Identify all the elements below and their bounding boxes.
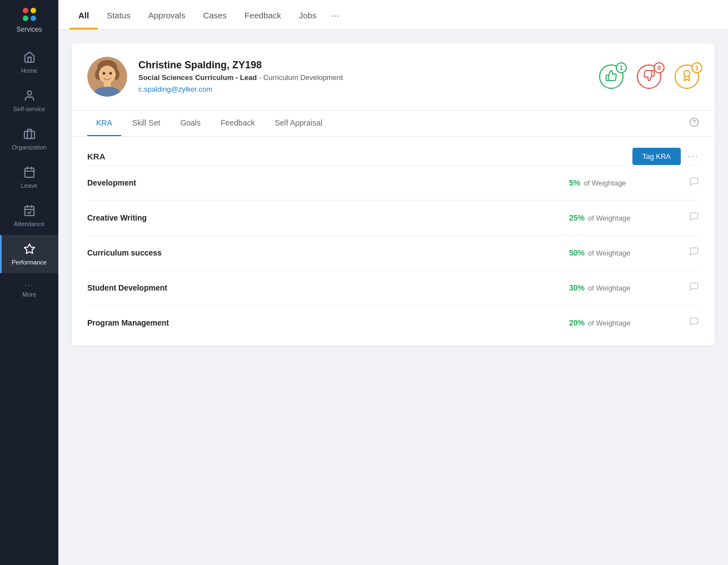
kra-row-program-management: Program Management 20% of Weightage bbox=[87, 305, 699, 340]
stat-award[interactable]: 1 bbox=[675, 64, 699, 89]
dot-green bbox=[23, 16, 28, 21]
dot-yellow bbox=[31, 8, 36, 13]
kra-of-weightage: of Weightage bbox=[588, 319, 630, 327]
award-icon-wrap: 1 bbox=[675, 64, 699, 89]
thumbup-count: 1 bbox=[616, 62, 627, 73]
profile-email[interactable]: c.spalding@zylker.com bbox=[138, 85, 212, 93]
kra-row-curriculum-success: Curriculum success 50% of Weightage bbox=[87, 235, 699, 270]
kra-percent: 20% bbox=[569, 318, 585, 327]
kra-of-weightage: of Weightage bbox=[588, 249, 630, 257]
leave-label: Leave bbox=[21, 182, 38, 189]
kra-row-name: Program Management bbox=[87, 318, 569, 327]
comment-icon[interactable] bbox=[689, 282, 699, 294]
profile-tab-self-appraisal[interactable]: Self Appraisal bbox=[266, 111, 331, 136]
svg-point-0 bbox=[27, 91, 31, 95]
help-icon[interactable] bbox=[689, 117, 699, 129]
svg-rect-6 bbox=[24, 207, 34, 216]
svg-rect-1 bbox=[24, 131, 34, 138]
logo-dots bbox=[23, 8, 36, 21]
sidebar-item-self-service[interactable]: Self-service bbox=[0, 82, 58, 120]
thumbdown-icon-wrap: 0 bbox=[637, 64, 661, 89]
organization-icon bbox=[23, 128, 36, 142]
kra-row-creative-writing: Creative Writing 25% of Weightage bbox=[87, 200, 699, 235]
tab-cases[interactable]: Cases bbox=[194, 1, 236, 29]
kra-more-icon[interactable]: ··· bbox=[687, 151, 699, 162]
home-icon bbox=[23, 51, 36, 65]
profile-tab-feedback[interactable]: Feedback bbox=[212, 111, 263, 136]
profile-tab-goals[interactable]: Goals bbox=[171, 111, 210, 136]
kra-weightage: 20% of Weightage bbox=[569, 318, 680, 327]
comment-icon[interactable] bbox=[689, 212, 699, 224]
profile-header: Christine Spalding, ZY198 Social Science… bbox=[72, 43, 715, 111]
dot-blue bbox=[31, 16, 36, 21]
attendance-label: Attendance bbox=[14, 221, 45, 227]
profile-tab-skillset[interactable]: Skill Set bbox=[123, 111, 169, 136]
svg-point-16 bbox=[103, 72, 106, 75]
kra-of-weightage: of Weightage bbox=[584, 179, 626, 187]
comment-icon[interactable] bbox=[689, 177, 699, 189]
comment-icon[interactable] bbox=[689, 247, 699, 259]
stat-thumbup[interactable]: 1 bbox=[599, 64, 624, 89]
sidebar-item-more[interactable]: ··· More bbox=[0, 273, 58, 306]
tab-all[interactable]: All bbox=[69, 1, 98, 29]
kra-percent: 5% bbox=[569, 178, 580, 187]
logo-area: Services bbox=[0, 0, 58, 39]
content-area: Christine Spalding, ZY198 Social Science… bbox=[58, 30, 728, 565]
stat-thumbdown[interactable]: 0 bbox=[637, 64, 661, 89]
sidebar-item-performance[interactable]: Performance bbox=[0, 235, 58, 273]
kra-title: KRA bbox=[87, 152, 106, 161]
sidebar-item-home[interactable]: Home bbox=[0, 43, 58, 82]
profile-role-title: Social Sciences Curriculum - Lead bbox=[138, 73, 257, 82]
dot-red bbox=[23, 8, 28, 13]
svg-point-17 bbox=[109, 72, 112, 75]
home-label: Home bbox=[21, 67, 37, 74]
profile-tabs: KRA Skill Set Goals Feedback Self Apprai… bbox=[72, 111, 715, 137]
sidebar-item-attendance[interactable]: Attendance bbox=[0, 197, 58, 235]
kra-of-weightage: of Weightage bbox=[588, 214, 630, 222]
award-icon bbox=[681, 69, 693, 84]
profile-stats: 1 0 bbox=[599, 64, 699, 89]
profile-role: Social Sciences Curriculum - Lead - Curr… bbox=[138, 73, 599, 82]
profile-card: Christine Spalding, ZY198 Social Science… bbox=[72, 43, 715, 346]
profile-name: Christine Spalding, ZY198 bbox=[138, 59, 599, 71]
thumbdown-icon bbox=[643, 69, 655, 84]
kra-row-development: Development 5% of Weightage bbox=[87, 165, 699, 200]
kra-weightage: 30% of Weightage bbox=[569, 283, 680, 292]
active-bar bbox=[0, 235, 2, 273]
comment-icon[interactable] bbox=[689, 317, 699, 329]
tab-approvals[interactable]: Approvals bbox=[139, 1, 195, 29]
tab-jobs[interactable]: Jobs bbox=[290, 1, 326, 29]
profile-department: - Curriculum Development bbox=[259, 73, 343, 82]
services-label: Services bbox=[16, 26, 42, 33]
organization-label: Organization bbox=[12, 144, 46, 151]
kra-row-name: Development bbox=[87, 178, 569, 187]
award-count: 1 bbox=[691, 62, 702, 73]
sidebar-item-organization[interactable]: Organization bbox=[0, 120, 58, 158]
kra-row-student-development: Student Development 30% of Weightage bbox=[87, 270, 699, 305]
profile-info: Christine Spalding, ZY198 Social Science… bbox=[138, 59, 599, 94]
tab-more-icon[interactable]: ··· bbox=[326, 0, 345, 29]
self-service-icon bbox=[23, 89, 36, 103]
kra-weightage: 25% of Weightage bbox=[569, 213, 680, 222]
thumbdown-count: 0 bbox=[654, 62, 665, 73]
svg-point-15 bbox=[99, 66, 116, 83]
more-icon: ··· bbox=[24, 281, 34, 289]
tab-feedback[interactable]: Feedback bbox=[236, 1, 290, 29]
tab-status[interactable]: Status bbox=[98, 1, 139, 29]
top-tabs: All Status Approvals Cases Feedback Jobs… bbox=[58, 0, 728, 30]
thumbup-icon bbox=[605, 69, 617, 84]
kra-header: KRA Tag KRA ··· bbox=[87, 148, 699, 165]
kra-section: KRA Tag KRA ··· Development 5% of Weight… bbox=[72, 137, 715, 346]
kra-rows: Development 5% of Weightage Creative Wri… bbox=[87, 165, 699, 340]
sidebar-item-leave[interactable]: Leave bbox=[0, 158, 58, 197]
tag-kra-button[interactable]: Tag KRA bbox=[632, 148, 681, 165]
avatar bbox=[87, 57, 127, 97]
main-content: All Status Approvals Cases Feedback Jobs… bbox=[58, 0, 728, 565]
sidebar: Services Home Self-service bbox=[0, 0, 58, 565]
kra-row-name: Student Development bbox=[87, 283, 569, 292]
kra-row-name: Creative Writing bbox=[87, 213, 569, 222]
kra-weightage: 50% of Weightage bbox=[569, 248, 680, 257]
kra-weightage: 5% of Weightage bbox=[569, 178, 680, 187]
more-label: More bbox=[22, 291, 36, 298]
profile-tab-kra[interactable]: KRA bbox=[87, 111, 121, 136]
